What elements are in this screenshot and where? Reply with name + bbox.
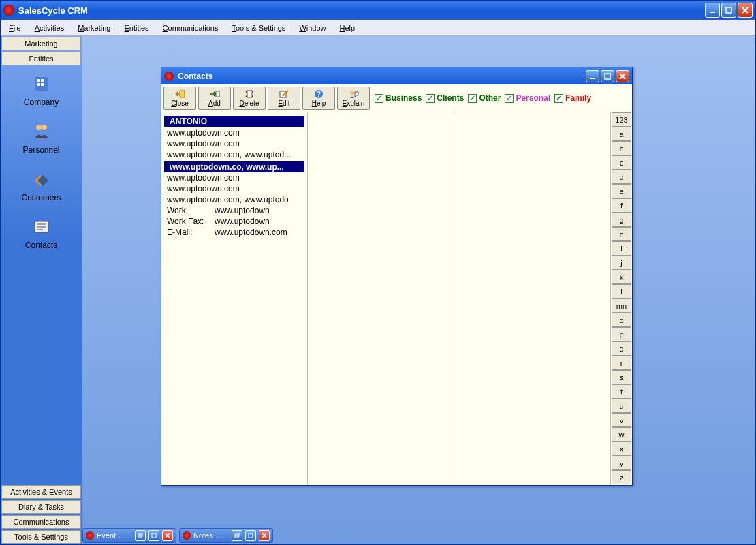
contacts-minimize-button[interactable] bbox=[586, 70, 599, 82]
alpha-k[interactable]: k bbox=[612, 270, 631, 284]
minimize-icon bbox=[709, 7, 716, 14]
filter-bar: ✓Business✓Clients✓Other✓Personal✓Family bbox=[375, 93, 591, 103]
tool-label: Close bbox=[171, 99, 189, 107]
alpha-b[interactable]: b bbox=[612, 141, 631, 155]
maximize-icon bbox=[725, 7, 732, 14]
alpha-f[interactable]: f bbox=[612, 198, 631, 213]
filter-clients[interactable]: ✓Clients bbox=[426, 93, 464, 103]
sidebar-header-activities-events[interactable]: Activities & Events bbox=[1, 485, 81, 499]
alpha-123[interactable]: 123 bbox=[612, 112, 631, 127]
task-restore-button[interactable] bbox=[135, 530, 146, 541]
alpha-y[interactable]: y bbox=[612, 456, 631, 470]
explain-icon bbox=[348, 89, 359, 99]
menu-marketing[interactable]: Marketing bbox=[71, 22, 117, 34]
sidebar-header-communications[interactable]: Communications bbox=[1, 515, 81, 529]
sidebar-header-entities[interactable]: Entities bbox=[1, 52, 81, 65]
menu-activities[interactable]: Activities bbox=[28, 22, 71, 34]
sidebar-item-personnel[interactable]: Personnel bbox=[1, 114, 82, 161]
minimize-button[interactable] bbox=[705, 3, 720, 18]
edit-button[interactable]: Edit bbox=[268, 87, 300, 110]
sidebar-item-label: Company bbox=[1, 97, 82, 107]
sidebar-header-marketing[interactable]: Marketing bbox=[1, 37, 81, 50]
close-icon bbox=[742, 7, 749, 14]
close-button[interactable] bbox=[738, 3, 753, 18]
close-icon bbox=[619, 73, 626, 80]
taskbar-item-notes[interactable]: Notes … bbox=[179, 528, 273, 543]
alpha-a[interactable]: a bbox=[612, 127, 631, 141]
alpha-p[interactable]: p bbox=[612, 327, 631, 341]
contact-list-item[interactable]: www.uptodown.com bbox=[161, 127, 307, 138]
alpha-j[interactable]: j bbox=[612, 255, 631, 270]
personnel-icon bbox=[31, 121, 52, 142]
maximize-button[interactable] bbox=[721, 3, 736, 18]
alpha-e[interactable]: e bbox=[612, 184, 631, 198]
alpha-u[interactable]: u bbox=[612, 399, 631, 413]
menu-communications[interactable]: Communications bbox=[156, 22, 225, 34]
sidebar-header-diary-tasks[interactable]: Diary & Tasks bbox=[1, 500, 81, 514]
contacts-empty-column bbox=[454, 112, 610, 485]
task-label: Notes … bbox=[193, 531, 229, 540]
contact-detail-row: Work Fax:www.uptodown bbox=[161, 216, 307, 227]
alpha-s[interactable]: s bbox=[612, 370, 631, 384]
alpha-g[interactable]: g bbox=[612, 213, 631, 227]
main-titlebar: SalesCycle CRM bbox=[1, 1, 755, 20]
tool-label: Delete bbox=[240, 99, 259, 107]
alpha-v[interactable]: v bbox=[612, 413, 631, 427]
alpha-q[interactable]: q bbox=[612, 341, 631, 356]
task-close-button[interactable] bbox=[259, 530, 270, 541]
contact-list-item[interactable]: www.uptodown.com bbox=[161, 138, 307, 149]
contacts-close-button[interactable] bbox=[616, 70, 629, 82]
alpha-mn[interactable]: mn bbox=[612, 298, 631, 313]
menu-file[interactable]: File bbox=[2, 22, 28, 34]
alpha-l[interactable]: l bbox=[612, 284, 631, 298]
contacts-titlebar: Contacts bbox=[161, 67, 632, 84]
detail-label: E-Mail: bbox=[167, 228, 215, 237]
menu-window[interactable]: Window bbox=[292, 22, 332, 34]
svg-rect-15 bbox=[180, 91, 185, 97]
contact-list-item[interactable]: www.uptodown.com bbox=[161, 183, 307, 194]
task-maximize-button[interactable] bbox=[245, 530, 256, 541]
menu-help[interactable]: Help bbox=[333, 22, 362, 34]
sidebar: MarketingEntitiesCompanyPersonnelCustome… bbox=[1, 36, 82, 544]
sidebar-item-contacts[interactable]: Contacts bbox=[1, 209, 82, 257]
sidebar-header-tools-settings[interactable]: Tools & Settings bbox=[1, 530, 81, 544]
tool-label: Edit bbox=[278, 99, 289, 107]
filter-other[interactable]: ✓Other bbox=[468, 93, 501, 103]
alpha-index: 123abcdefghijklmnopqrstuvwxyz bbox=[610, 112, 632, 485]
task-restore-button[interactable] bbox=[232, 530, 242, 541]
filter-business[interactable]: ✓Business bbox=[375, 93, 422, 103]
delete-button[interactable]: Delete bbox=[233, 87, 266, 110]
task-maximize-button[interactable] bbox=[148, 530, 159, 541]
help-button[interactable]: ?Help bbox=[302, 87, 335, 110]
close-button[interactable]: Close bbox=[163, 87, 196, 110]
sidebar-item-label: Personnel bbox=[1, 145, 82, 155]
alpha-i[interactable]: i bbox=[612, 241, 631, 255]
sidebar-item-label: Contacts bbox=[1, 240, 82, 250]
alpha-h[interactable]: h bbox=[612, 227, 631, 241]
contact-list-item[interactable]: www.uptodown.com bbox=[161, 172, 307, 183]
contact-list-item[interactable]: www.uptodown.co, www.up... bbox=[164, 161, 304, 172]
alpha-w[interactable]: w bbox=[612, 427, 631, 441]
checkbox-icon: ✓ bbox=[554, 94, 563, 103]
filter-personal[interactable]: ✓Personal bbox=[505, 93, 550, 103]
taskbar-item-event[interactable]: Event … bbox=[82, 528, 176, 543]
task-close-button[interactable] bbox=[162, 530, 173, 541]
alpha-c[interactable]: c bbox=[612, 155, 631, 170]
contact-group-header[interactable]: ANTONIO bbox=[164, 116, 304, 127]
add-button[interactable]: Add bbox=[198, 87, 231, 110]
contact-list-item[interactable]: www.uptodown.com, www.uptodo bbox=[161, 194, 307, 205]
alpha-d[interactable]: d bbox=[612, 170, 631, 184]
sidebar-item-customers[interactable]: Customers bbox=[1, 161, 82, 209]
menu-tools-settings[interactable]: Tools & Settings bbox=[225, 22, 293, 34]
contact-list-item[interactable]: www.uptodown.com, www.uptod... bbox=[161, 149, 307, 160]
filter-family[interactable]: ✓Family bbox=[554, 93, 591, 103]
alpha-r[interactable]: r bbox=[612, 356, 631, 370]
menu-entities[interactable]: Entities bbox=[117, 22, 155, 34]
alpha-o[interactable]: o bbox=[612, 313, 631, 327]
alpha-z[interactable]: z bbox=[612, 470, 631, 484]
contacts-maximize-button[interactable] bbox=[601, 70, 614, 82]
sidebar-item-company[interactable]: Company bbox=[1, 66, 82, 114]
alpha-t[interactable]: t bbox=[612, 384, 631, 399]
alpha-x[interactable]: x bbox=[612, 441, 631, 456]
explain-button[interactable]: Explain bbox=[337, 87, 370, 110]
